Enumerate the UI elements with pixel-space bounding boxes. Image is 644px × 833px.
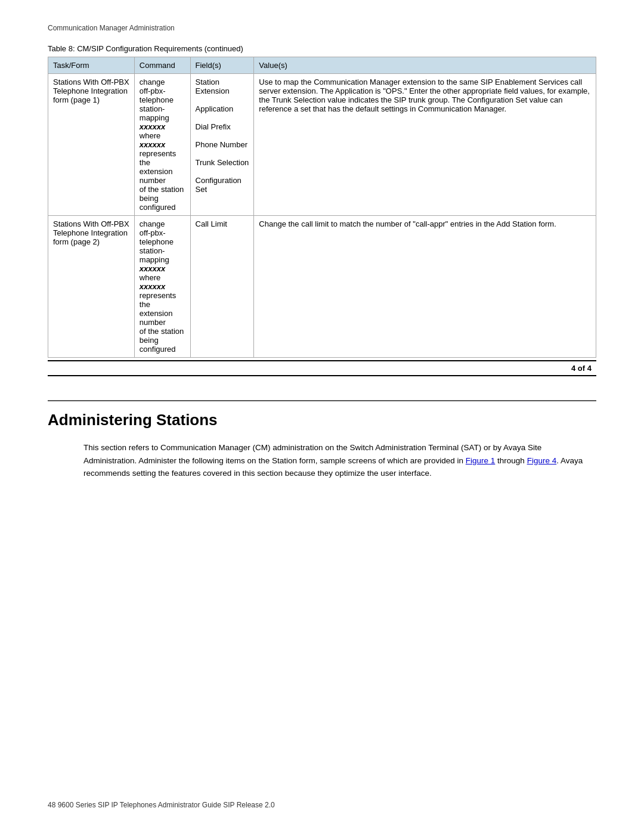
- command-cell-1: changeoff-pbx-telephonestation-mapping x…: [134, 74, 190, 216]
- col-fields: Field(s): [190, 57, 254, 74]
- footer: 48 9600 Series SIP IP Telephones Adminis…: [48, 801, 596, 809]
- main-table: Task/Form Command Field(s) Value(s) Stat…: [48, 57, 596, 358]
- command-bold-3: xxxxxx: [140, 264, 165, 273]
- table-title: Table 8: CM/SIP Configuration Requiremen…: [48, 44, 596, 53]
- section-divider: [48, 400, 596, 401]
- section-title: Administering Stations: [48, 411, 596, 429]
- section-paragraph: This section refers to Communication Man…: [83, 441, 584, 480]
- page-indicator-text: 4 of 4: [571, 364, 592, 373]
- table-row: Stations With Off-PBX Telephone Integrat…: [48, 216, 596, 358]
- command-bold-4: xxxxxx: [140, 282, 165, 291]
- figure1-link[interactable]: Figure 1: [466, 456, 496, 465]
- task-cell-2: Stations With Off-PBX Telephone Integrat…: [48, 216, 135, 358]
- fields-cell-2: Call Limit: [190, 216, 254, 358]
- command-bold-2: xxxxxx: [140, 140, 165, 149]
- section-middle-text: through: [495, 456, 527, 465]
- task-cell-1: Stations With Off-PBX Telephone Integrat…: [48, 74, 135, 216]
- footer-text: 48 9600 Series SIP IP Telephones Adminis…: [48, 801, 275, 809]
- task-text-1: Stations With Off-PBX Telephone Integrat…: [53, 78, 129, 104]
- values-cell-2: Change the call limit to match the numbe…: [254, 216, 596, 358]
- table-row: Stations With Off-PBX Telephone Integrat…: [48, 74, 596, 216]
- col-values: Value(s): [254, 57, 596, 74]
- fields-cell-1: Station Extension Application Dial Prefi…: [190, 74, 254, 216]
- task-text-2: Stations With Off-PBX Telephone Integrat…: [53, 219, 129, 246]
- values-cell-1: Use to map the Communication Manager ext…: [254, 74, 596, 216]
- col-command: Command: [134, 57, 190, 74]
- figure4-link[interactable]: Figure 4: [527, 456, 557, 465]
- header-text: Communication Manager Administration: [48, 24, 596, 32]
- command-bold-1: xxxxxx: [140, 122, 165, 131]
- header: Communication Manager Administration: [48, 24, 596, 32]
- command-cell-2: changeoff-pbx-telephonestation-mapping x…: [134, 216, 190, 358]
- section-body: This section refers to Communication Man…: [83, 441, 584, 480]
- col-task: Task/Form: [48, 57, 135, 74]
- page-indicator: 4 of 4: [48, 360, 596, 376]
